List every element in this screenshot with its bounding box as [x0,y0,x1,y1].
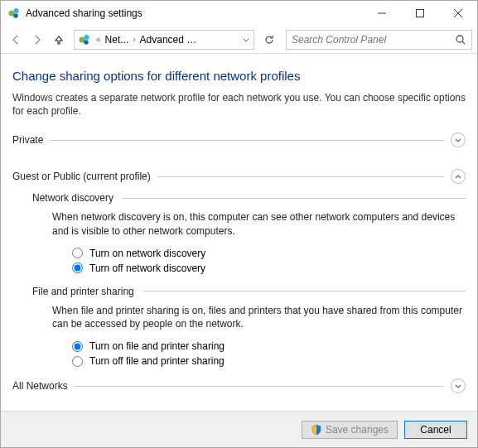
radio-label[interactable]: Turn off network discovery [89,263,205,274]
svg-point-1 [14,8,19,13]
refresh-button[interactable] [259,30,279,50]
divider [122,198,466,199]
chevron-right-icon: › [131,35,137,44]
svg-point-9 [84,40,89,45]
content-area: Change sharing options for different net… [1,54,477,411]
radio-label[interactable]: Turn off file and printer sharing [89,355,225,367]
control-panel-icon [7,7,21,20]
radio-file-printer-off[interactable] [72,356,83,367]
network-icon [78,33,91,46]
divider [75,386,444,387]
svg-point-10 [456,36,463,42]
radio-file-printer-on[interactable] [72,341,83,352]
window-title: Advanced sharing settings [26,7,142,19]
svg-rect-4 [417,10,424,17]
svg-line-11 [462,41,465,44]
section-label: Guest or Public (current profile) [12,171,151,182]
cancel-button[interactable]: Cancel [404,421,467,439]
section-label: Private [12,134,43,146]
section-all-networks[interactable]: All Networks [12,378,466,393]
search-input[interactable] [292,34,455,46]
breadcrumb-sep-icon: « [94,35,103,44]
chevron-down-icon[interactable] [451,378,466,393]
navigation-bar: « Net... › Advanced sh... [1,26,477,54]
page-title: Change sharing options for different net… [12,69,466,83]
minimize-button[interactable] [363,1,401,26]
section-guest-public[interactable]: Guest or Public (current profile) [12,169,466,184]
breadcrumb[interactable]: « Net... › Advanced sh... [74,30,254,50]
save-changes-button[interactable]: Save changes [302,421,398,439]
section-private[interactable]: Private [12,132,466,147]
button-label: Save changes [326,424,389,436]
radio-label[interactable]: Turn on file and printer sharing [89,340,225,352]
divider [157,176,444,177]
page-description: Windows creates a separate network profi… [12,91,466,118]
shield-icon [311,424,322,436]
up-button[interactable] [49,30,69,50]
back-button[interactable] [6,30,26,50]
subsection-file-printer-sharing: File and printer sharing [32,286,466,297]
divider [142,291,466,291]
chevron-up-icon[interactable] [451,169,466,184]
breadcrumb-item[interactable]: Advanced sh... [138,34,204,46]
breadcrumb-dropdown[interactable] [239,31,253,49]
button-label: Cancel [420,424,451,436]
search-icon [455,34,466,46]
section-label: All Networks [12,380,68,392]
forward-button[interactable] [27,30,47,50]
search-box[interactable] [286,30,472,50]
chevron-down-icon[interactable] [451,132,466,147]
titlebar: Advanced sharing settings [1,1,477,26]
maximize-button[interactable] [401,1,439,26]
divider [50,140,444,141]
subsection-description: When network discovery is on, this compu… [52,210,466,237]
breadcrumb-item[interactable]: Net... [103,34,132,46]
subsection-title: File and printer sharing [32,286,134,297]
radio-label[interactable]: Turn on network discovery [89,248,205,259]
svg-point-2 [13,13,18,18]
subsection-description: When file and printer sharing is on, fil… [52,304,466,330]
svg-point-8 [84,35,89,40]
close-button[interactable] [439,1,477,26]
subsection-title: Network discovery [32,192,113,204]
subsection-network-discovery: Network discovery [32,192,466,204]
radio-network-discovery-off[interactable] [72,263,83,273]
footer: Save changes Cancel [1,411,477,447]
radio-network-discovery-on[interactable] [72,248,83,258]
